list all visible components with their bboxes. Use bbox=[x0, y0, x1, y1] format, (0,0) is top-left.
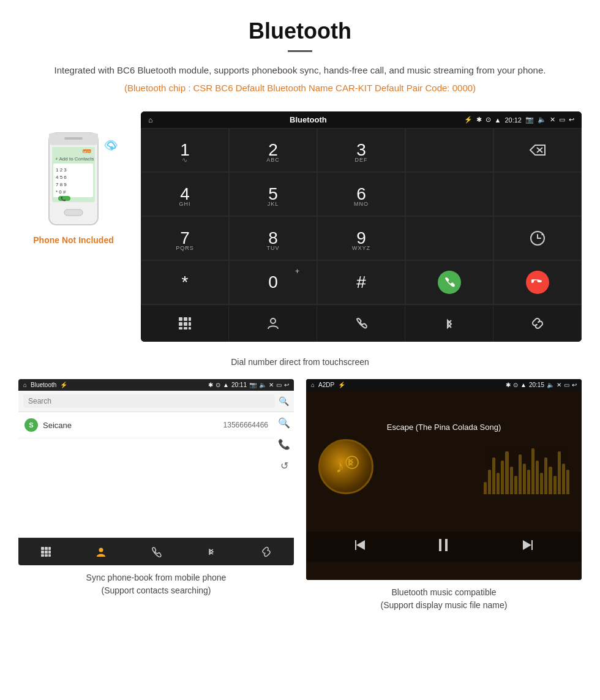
music-prev-button[interactable] bbox=[353, 538, 367, 555]
music-bt-icon: ✱ bbox=[506, 382, 511, 388]
header-divider bbox=[288, 50, 312, 52]
music-album-art: ♪ bbox=[318, 439, 373, 494]
pb-spacer bbox=[18, 476, 294, 538]
phone-not-included-label: Phone Not Included bbox=[33, 235, 113, 245]
pb-side-phone-icon[interactable]: 📞 bbox=[278, 438, 290, 450]
end-call-button[interactable] bbox=[493, 260, 582, 304]
music-title: A2DP bbox=[318, 382, 334, 388]
page-header: Bluetooth Integrated with BC6 Bluetooth … bbox=[0, 0, 600, 111]
pb-bluetooth-icon[interactable] bbox=[200, 543, 222, 560]
pb-vol-icon[interactable]: 🔈 bbox=[259, 382, 266, 388]
music-loc-icon: ⊙ bbox=[513, 382, 518, 388]
svg-text:7   8   9: 7 8 9 bbox=[56, 182, 67, 187]
pb-home-icon[interactable]: ⌂ bbox=[23, 382, 27, 388]
location-icon: ⊙ bbox=[486, 116, 491, 124]
svg-rect-23 bbox=[179, 322, 182, 326]
pb-usb-icon: ⚡ bbox=[60, 382, 67, 388]
phone-icon-button[interactable] bbox=[317, 305, 405, 342]
pb-contact-list: S Seicane 13566664466 bbox=[18, 412, 274, 476]
home-icon[interactable]: ⌂ bbox=[148, 116, 152, 124]
back-icon[interactable]: ↩ bbox=[569, 116, 574, 124]
bluetooth-specs: (Bluetooth chip : CSR BC6 Default Blueto… bbox=[37, 83, 563, 93]
svg-rect-13 bbox=[64, 209, 83, 216]
music-close-icon[interactable]: ✕ bbox=[557, 382, 561, 388]
music-home-icon[interactable]: ⌂ bbox=[311, 382, 315, 388]
redial-key[interactable] bbox=[493, 216, 582, 260]
empty-2 bbox=[405, 172, 493, 216]
key-hash[interactable]: # bbox=[317, 260, 405, 304]
key-6[interactable]: 6 MNO bbox=[317, 172, 405, 216]
backspace-key[interactable] bbox=[493, 128, 582, 172]
svg-rect-35 bbox=[48, 551, 51, 554]
phonebook-caption: Sync phone-book from mobile phone (Suppo… bbox=[18, 571, 294, 597]
phonebook-card: ⌂ Bluetooth ⚡ ✱ ⊙ ▲ 20:11 📷 🔈 ✕ ▭ ↩ bbox=[18, 379, 294, 612]
contacts-icon-button[interactable] bbox=[229, 305, 317, 342]
pb-search-icon[interactable]: 🔍 bbox=[279, 396, 289, 406]
key-9[interactable]: 9 WXYZ bbox=[317, 216, 405, 260]
pb-statusbar-right: ✱ ⊙ ▲ 20:11 📷 🔈 ✕ ▭ ↩ bbox=[208, 382, 289, 388]
pb-title: Bluetooth bbox=[31, 382, 56, 388]
close-icon[interactable]: ✕ bbox=[550, 116, 555, 124]
link-icon-button[interactable] bbox=[493, 305, 582, 342]
usb-icon: ⚡ bbox=[464, 116, 473, 124]
svg-text:✦: ✦ bbox=[108, 143, 116, 153]
bluetooth-wave-icon: ✦ bbox=[102, 133, 121, 161]
svg-marker-47 bbox=[523, 540, 531, 550]
pb-close-icon[interactable]: ✕ bbox=[269, 382, 274, 388]
call-accept-icon bbox=[438, 271, 461, 294]
music-window-icon[interactable]: ▭ bbox=[564, 382, 569, 388]
key-4[interactable]: 4 GHI bbox=[141, 172, 229, 216]
volume-icon[interactable]: 🔈 bbox=[538, 116, 546, 124]
music-next-button[interactable] bbox=[520, 538, 535, 555]
pb-back-icon[interactable]: ↩ bbox=[284, 382, 289, 388]
pb-signal-icon: ▲ bbox=[223, 382, 229, 388]
pb-link-icon[interactable] bbox=[255, 543, 277, 560]
pb-window-icon[interactable]: ▭ bbox=[276, 382, 282, 388]
key-star[interactable]: * bbox=[141, 260, 229, 304]
bluetooth-icon: ✱ bbox=[476, 116, 482, 124]
key-3[interactable]: 3 DEF bbox=[317, 128, 405, 172]
call-button[interactable] bbox=[405, 260, 493, 304]
key-8[interactable]: 8 TUV bbox=[229, 216, 317, 260]
dial-statusbar-title: Bluetooth bbox=[290, 115, 327, 124]
svg-text:4   5   6: 4 5 6 bbox=[56, 175, 67, 180]
pb-contact-row[interactable]: S Seicane 13566664466 bbox=[18, 412, 274, 438]
pb-side-search-icon[interactable]: 🔍 bbox=[278, 417, 290, 429]
key-1[interactable]: 1 ∿ bbox=[141, 128, 229, 172]
pb-person-icon[interactable] bbox=[90, 543, 112, 560]
pb-search-input[interactable] bbox=[23, 394, 275, 408]
key-5[interactable]: 5 JKL bbox=[229, 172, 317, 216]
svg-rect-28 bbox=[189, 327, 191, 329]
empty-3 bbox=[493, 172, 582, 216]
dial-statusbar-left: ⌂ bbox=[148, 116, 152, 124]
bluetooth-icon-button[interactable] bbox=[405, 305, 493, 342]
pb-camera-icon[interactable]: 📷 bbox=[249, 382, 257, 388]
pb-grid-icon[interactable] bbox=[35, 543, 57, 560]
music-time: 20:15 bbox=[529, 382, 544, 388]
pb-content-row: S Seicane 13566664466 🔍 📞 ↺ bbox=[18, 412, 294, 476]
svg-rect-24 bbox=[184, 322, 187, 326]
music-song-title: Escape (The Pina Colada Song) bbox=[387, 423, 501, 432]
music-usb-icon: ⚡ bbox=[338, 382, 345, 388]
key-7[interactable]: 7 PQRS bbox=[141, 216, 229, 260]
bottom-section: ⌂ Bluetooth ⚡ ✱ ⊙ ▲ 20:11 📷 🔈 ✕ ▭ ↩ bbox=[0, 379, 600, 624]
pb-call-icon[interactable] bbox=[145, 543, 167, 560]
music-vol-icon[interactable]: 🔈 bbox=[547, 382, 554, 388]
pb-statusbar: ⌂ Bluetooth ⚡ ✱ ⊙ ▲ 20:11 📷 🔈 ✕ ▭ ↩ bbox=[18, 379, 294, 391]
key-2[interactable]: 2 ABC bbox=[229, 128, 317, 172]
signal-icon: ▲ bbox=[495, 116, 501, 124]
phone-mockup: ✦ + Add to Contacts 1 2 3 4 5 6 7 8 bbox=[46, 130, 101, 230]
music-play-pause-button[interactable] bbox=[435, 536, 452, 557]
svg-rect-27 bbox=[184, 327, 187, 329]
svg-marker-16 bbox=[530, 145, 545, 155]
pb-side-refresh-icon[interactable]: ↺ bbox=[280, 460, 288, 472]
key-0[interactable]: 0 + bbox=[229, 260, 317, 304]
grid-icon-button[interactable] bbox=[141, 305, 229, 342]
pb-search-row: 🔍 bbox=[18, 391, 294, 412]
music-bottom-spacer bbox=[306, 562, 582, 580]
call-end-icon bbox=[526, 271, 549, 294]
camera-icon[interactable]: 📷 bbox=[525, 116, 534, 124]
window-icon[interactable]: ▭ bbox=[559, 116, 565, 124]
music-back-icon[interactable]: ↩ bbox=[572, 382, 577, 388]
svg-point-39 bbox=[99, 548, 103, 552]
